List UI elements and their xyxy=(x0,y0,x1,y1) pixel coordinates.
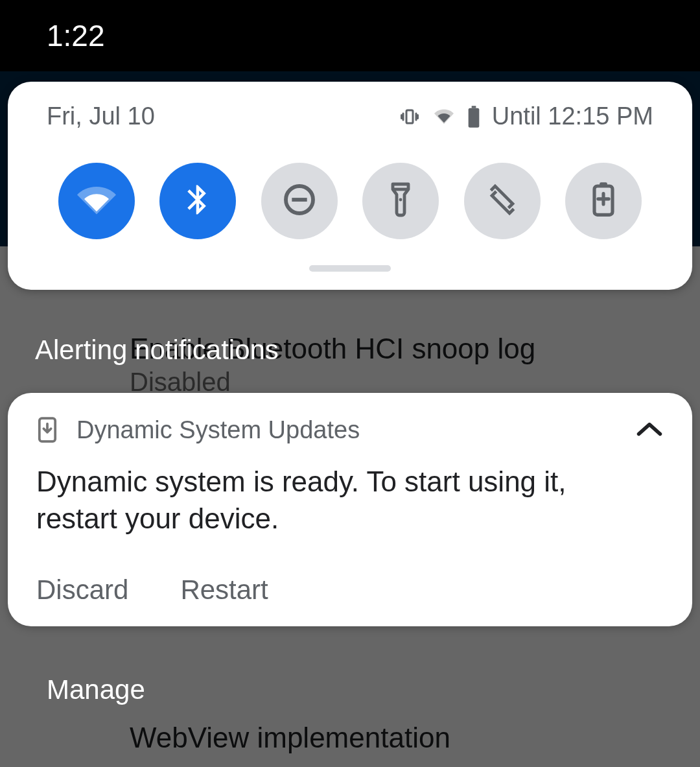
qs-tile-row xyxy=(8,143,692,248)
qs-tile-auto-rotate[interactable] xyxy=(464,163,541,239)
flashlight-icon xyxy=(385,182,416,220)
do-not-disturb-icon xyxy=(281,182,318,220)
alerting-section-header: Alerting notifications xyxy=(35,335,279,366)
system-update-icon xyxy=(36,415,58,445)
auto-rotate-icon xyxy=(484,181,521,221)
battery-estimate-text[interactable]: Until 12:15 PM xyxy=(492,102,653,130)
discard-button[interactable]: Discard xyxy=(36,574,128,606)
svg-rect-8 xyxy=(600,182,607,187)
qs-date[interactable]: Fri, Jul 10 xyxy=(47,102,155,130)
collapse-button[interactable] xyxy=(635,416,664,444)
qs-expand-handle[interactable] xyxy=(309,265,391,272)
notification-header[interactable]: Dynamic System Updates xyxy=(36,415,664,445)
restart-button[interactable]: Restart xyxy=(180,574,268,606)
qs-status-icons: Until 12:15 PM xyxy=(399,102,653,130)
bluetooth-icon xyxy=(180,182,215,220)
qs-tile-flashlight[interactable] xyxy=(362,163,439,239)
status-bar: 1:22 xyxy=(0,0,700,71)
status-time: 1:22 xyxy=(47,18,105,53)
svg-rect-2 xyxy=(468,108,479,127)
manage-notifications-button[interactable]: Manage xyxy=(47,674,145,705)
qs-tile-battery-saver[interactable] xyxy=(565,163,642,239)
svg-rect-0 xyxy=(406,110,413,123)
qs-header: Fri, Jul 10 Until 12:15 PM xyxy=(8,82,692,143)
notification-app-name: Dynamic System Updates xyxy=(76,416,360,444)
notification-body: Dynamic system is ready. To start using … xyxy=(36,463,664,537)
wifi-status-icon xyxy=(432,107,456,126)
svg-rect-1 xyxy=(471,106,476,108)
wifi-icon xyxy=(77,180,116,222)
notification-actions: Discard Restart xyxy=(36,574,664,606)
qs-tile-wifi[interactable] xyxy=(58,163,135,239)
vibrate-icon xyxy=(399,107,421,126)
battery-status-icon xyxy=(467,106,480,128)
quick-settings-panel[interactable]: Fri, Jul 10 Until 12:15 PM xyxy=(8,82,692,290)
svg-point-6 xyxy=(399,198,402,202)
qs-tile-bluetooth[interactable] xyxy=(159,163,236,239)
notification-card[interactable]: Dynamic System Updates Dynamic system is… xyxy=(8,393,692,626)
battery-saver-icon xyxy=(590,182,616,220)
chevron-up-icon xyxy=(635,416,664,444)
qs-tile-dnd[interactable] xyxy=(261,163,338,239)
